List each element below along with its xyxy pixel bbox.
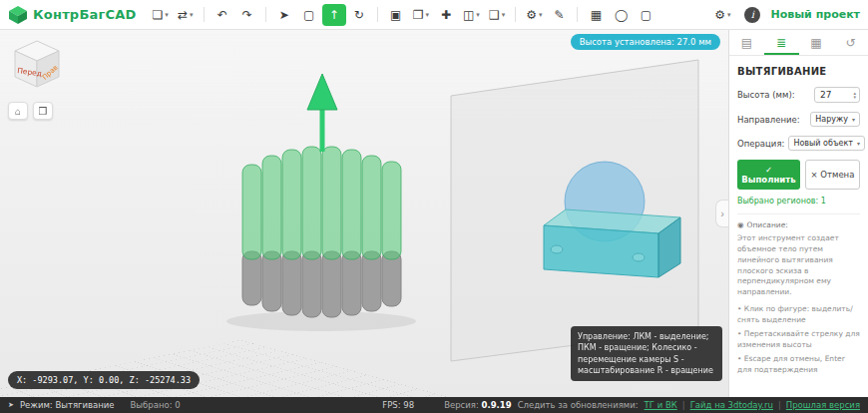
undo-icon: ↶	[217, 8, 227, 22]
check-icon: ✓	[765, 165, 772, 175]
gear-icon: ⚙	[526, 8, 537, 22]
import-export-icon: ⇄	[178, 8, 188, 22]
import-export-button[interactable]: ⇄▾	[174, 4, 198, 26]
version-info: Версия: 0.9.19	[444, 400, 511, 410]
top-toolbar: КонтрБагCAD ❏▾⇄▾↶↷➤▢↑↻▣❐▾✚◫▾❑▾⚙▾✎▦◯▢ ⚙ ▾…	[0, 0, 868, 30]
gear-shadow	[226, 311, 416, 331]
status-link[interactable]: Прошлая версия	[786, 400, 860, 410]
redo-icon: ↷	[242, 8, 252, 22]
app-title: КонтрБагCAD	[33, 7, 136, 22]
step-down-icon[interactable]: ▾	[853, 95, 856, 99]
settings-menu-button[interactable]: ⚙ ▾	[710, 4, 734, 26]
home-view-button[interactable]: ⌂	[8, 102, 28, 120]
chevron-down-icon: ▾	[502, 11, 506, 19]
grid-icon: ▦	[591, 8, 602, 22]
status-bar: ➤ Режим: Вытягивание Выбрано: 0 FPS: 98 …	[0, 397, 868, 413]
cancel-button[interactable]: × Отмена	[805, 160, 860, 190]
app-logo: КонтрБагCAD	[8, 5, 136, 25]
chevron-down-icon: ▾	[852, 116, 855, 123]
chevron-down-icon: ▾	[857, 140, 860, 147]
description-label: Описание:	[747, 220, 788, 231]
direction-value: Наружу	[815, 115, 848, 124]
move-icon: ✚	[441, 8, 451, 22]
operation-field: Операция: Новый объект ▾	[737, 136, 860, 151]
tab-stats[interactable]: ▤	[729, 30, 764, 55]
sphere-tool-button[interactable]: ◯	[609, 4, 633, 26]
toolbar-separator	[515, 7, 516, 22]
grid-toggle-button[interactable]: ▦	[584, 4, 608, 26]
apply-button[interactable]: ✓ Выполнить	[737, 160, 800, 190]
tab-grid-icon: ▦	[810, 36, 821, 50]
redo-button[interactable]: ↷	[235, 4, 259, 26]
viewport-3d[interactable]: Перед Прав ⌂ ❒ Высота установлена: 27.0 …	[0, 30, 728, 397]
height-field: Высота (мм): 27 ▴ ▾	[737, 87, 860, 103]
logo-cube-icon	[8, 5, 28, 25]
panel-body: ВЫТЯГИВАНИЕ Высота (мм): 27 ▴ ▾ Направле…	[729, 56, 868, 378]
marquee-icon: ▢	[303, 8, 314, 22]
undo-button[interactable]: ↶	[211, 4, 234, 26]
group-tool-button[interactable]: ❑▾	[485, 4, 509, 26]
toolbar-separator	[265, 7, 266, 22]
rotate-icon: ↻	[354, 8, 364, 22]
status-links: ТГ и ВК|Гайд на 3dtoday.ru|Прошлая верси…	[645, 400, 860, 410]
panel-title: ВЫТЯГИВАНИЕ	[737, 66, 860, 77]
toolbar-separator	[377, 7, 378, 22]
select-tool-button[interactable]: ➤	[272, 4, 296, 26]
box-select-tool-button[interactable]: ▢	[297, 4, 321, 26]
rotate-tool-button[interactable]: ↻	[347, 4, 371, 26]
fit-view-button[interactable]: ❒	[33, 102, 53, 120]
tab-history[interactable]: ↺	[833, 30, 868, 55]
extrude-arrow-icon: ↑	[329, 8, 339, 22]
height-input[interactable]: 27 ▴ ▾	[814, 87, 860, 103]
settings-tool-button[interactable]: ⚙▾	[522, 4, 546, 26]
stepper-arrows-icon[interactable]: ▴ ▾	[853, 91, 856, 99]
selected-status: Выбрано: 0	[131, 400, 181, 410]
height-value: 27	[820, 90, 831, 100]
cursor-icon: ➤	[8, 401, 14, 409]
hints-list: Клик по фигуре: выделить/снять выделение…	[737, 304, 860, 375]
tab-properties[interactable]: ≣	[764, 30, 799, 55]
right-panel: ▤≣▦↺ ВЫТЯГИВАНИЕ Высота (мм): 27 ▴ ▾ Нап…	[728, 30, 868, 397]
square-icon: ▢	[641, 8, 651, 22]
status-link[interactable]: ТГ и ВК	[645, 400, 677, 410]
main-area: Перед Прав ⌂ ❒ Высота установлена: 27.0 …	[0, 30, 868, 397]
info-button[interactable]: i	[744, 7, 760, 23]
view-buttons: ⌂ ❒	[8, 102, 53, 120]
mirror-tool-button[interactable]: ◫▾	[459, 4, 484, 26]
shape-tool-button[interactable]: ▣	[384, 4, 408, 26]
panel-collapse-button[interactable]: ›	[715, 200, 728, 227]
operation-label: Операция:	[737, 139, 784, 149]
extrude-arrow-gizmo[interactable]	[307, 74, 337, 152]
mode-status: Режим: Вытягивание	[20, 400, 115, 410]
tab-stats-icon: ▤	[741, 36, 752, 50]
circle-icon: ◯	[615, 8, 628, 22]
copy-icon: ❐	[413, 8, 424, 22]
copy-tool-button[interactable]: ❐▾	[409, 4, 433, 26]
tab-grid[interactable]: ▦	[799, 30, 834, 55]
height-status-badge: Высота установлена: 27.0 мм	[571, 34, 720, 50]
controls-tooltip: Управление: ЛКМ - выделение; ПКМ - враще…	[571, 326, 722, 381]
new-project-button[interactable]: Новый проект	[770, 8, 860, 21]
status-link[interactable]: Гайд на 3dtoday.ru	[690, 400, 773, 410]
chevron-down-icon: ▾	[727, 11, 731, 19]
open-file-button[interactable]: ❏▾	[148, 4, 172, 26]
chevron-down-icon: ▾	[476, 11, 480, 19]
group-icon: ❑	[489, 8, 500, 22]
operation-select[interactable]: Новый объект ▾	[788, 136, 865, 151]
direction-field: Направление: Наружу ▾	[737, 112, 860, 127]
info-icon: i	[751, 9, 754, 20]
hint-item: Перетаскивайте стрелку для изменения выс…	[737, 329, 860, 351]
operation-value: Новый объект	[793, 139, 853, 148]
gear-object[interactable]	[242, 147, 401, 317]
view-cube[interactable]: Перед Прав	[8, 36, 66, 97]
link-separator: |	[778, 400, 781, 410]
panel-tabs: ▤≣▦↺	[729, 30, 868, 56]
move-tool-button[interactable]: ✚	[434, 4, 458, 26]
cube-tool-button[interactable]: ▢	[634, 4, 657, 26]
toolbar-separator	[204, 7, 205, 22]
edit-tool-button[interactable]: ✎	[547, 4, 571, 26]
description-header: ◉ Описание:	[737, 220, 860, 231]
tool-description: Этот инструмент создает объемное тело пу…	[737, 233, 860, 298]
extrude-tool-button[interactable]: ↑	[322, 4, 346, 26]
direction-select[interactable]: Наружу ▾	[810, 112, 860, 127]
